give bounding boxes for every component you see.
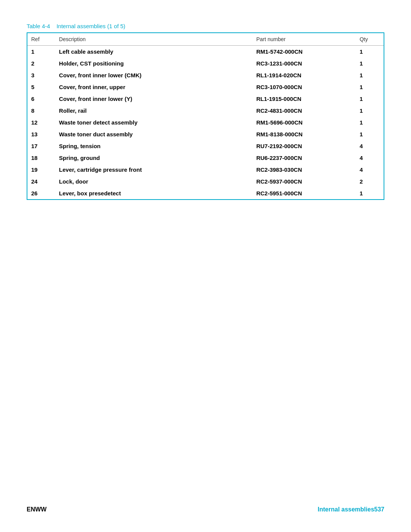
cell-description: Lock, door: [55, 176, 252, 187]
cell-ref: 3: [27, 69, 55, 81]
cell-description: Waste toner detect assembly: [55, 117, 252, 128]
cell-part-number: RM1-5696-000CN: [252, 117, 356, 128]
cell-ref: 13: [27, 128, 55, 140]
cell-description: Left cable assembly: [55, 46, 252, 58]
table-row: 1Left cable assemblyRM1-5742-000CN1: [27, 46, 384, 58]
table-label: Table 4-4: [27, 23, 50, 29]
table-subtitle: Internal assemblies (1 of 5): [56, 23, 125, 29]
table-row: 5Cover, front inner, upperRC3-1070-000CN…: [27, 81, 384, 93]
cell-part-number: RC2-4831-000CN: [252, 105, 356, 117]
col-header-part-number: Part number: [252, 33, 356, 46]
cell-part-number: RC3-1070-000CN: [252, 81, 356, 93]
table-row: 12Waste toner detect assemblyRM1-5696-00…: [27, 117, 384, 128]
cell-qty: 2: [356, 176, 384, 187]
cell-part-number: RU6-2237-000CN: [252, 152, 356, 164]
cell-part-number: RC2-5951-000CN: [252, 187, 356, 200]
cell-qty: 4: [356, 164, 384, 176]
cell-qty: 1: [356, 105, 384, 117]
cell-qty: 4: [356, 152, 384, 164]
cell-part-number: RC3-1231-000CN: [252, 58, 356, 69]
col-header-description: Description: [55, 33, 252, 46]
table-row: 2Holder, CST positioningRC3-1231-000CN1: [27, 58, 384, 69]
cell-qty: 4: [356, 140, 384, 152]
footer-right: Internal assemblies537: [318, 506, 384, 513]
col-header-ref: Ref: [27, 33, 55, 46]
cell-part-number: RC2-3983-030CN: [252, 164, 356, 176]
table-title: Table 4-4 Internal assemblies (1 of 5): [27, 23, 384, 29]
cell-qty: 1: [356, 117, 384, 128]
table-row: 24Lock, doorRC2-5937-000CN2: [27, 176, 384, 187]
table-row: 8Roller, railRC2-4831-000CN1: [27, 105, 384, 117]
col-header-qty: Qty: [356, 33, 384, 46]
cell-description: Lever, box presedetect: [55, 187, 252, 200]
table-row: 19Lever, cartridge pressure frontRC2-398…: [27, 164, 384, 176]
cell-qty: 1: [356, 81, 384, 93]
cell-part-number: RU7-2192-000CN: [252, 140, 356, 152]
cell-qty: 1: [356, 69, 384, 81]
cell-ref: 1: [27, 46, 55, 58]
cell-part-number: RM1-5742-000CN: [252, 46, 356, 58]
cell-qty: 1: [356, 93, 384, 105]
footer-left: ENWW: [27, 506, 46, 513]
cell-description: Cover, front inner lower (Y): [55, 93, 252, 105]
table-body: 1Left cable assemblyRM1-5742-000CN12Hold…: [27, 46, 384, 200]
cell-description: Cover, front inner lower (CMK): [55, 69, 252, 81]
cell-description: Spring, ground: [55, 152, 252, 164]
cell-qty: 1: [356, 128, 384, 140]
cell-ref: 17: [27, 140, 55, 152]
cell-ref: 19: [27, 164, 55, 176]
cell-ref: 6: [27, 93, 55, 105]
page-content: Table 4-4 Internal assemblies (1 of 5) R…: [0, 0, 411, 230]
cell-ref: 12: [27, 117, 55, 128]
table-header-row: Ref Description Part number Qty: [27, 33, 384, 46]
table-row: 6Cover, front inner lower (Y)RL1-1915-00…: [27, 93, 384, 105]
cell-description: Roller, rail: [55, 105, 252, 117]
cell-ref: 5: [27, 81, 55, 93]
cell-part-number: RL1-1914-020CN: [252, 69, 356, 81]
cell-ref: 8: [27, 105, 55, 117]
cell-qty: 1: [356, 46, 384, 58]
parts-table: Ref Description Part number Qty 1Left ca…: [27, 32, 384, 200]
cell-part-number: RL1-1915-000CN: [252, 93, 356, 105]
cell-qty: 1: [356, 58, 384, 69]
cell-description: Holder, CST positioning: [55, 58, 252, 69]
cell-part-number: RC2-5937-000CN: [252, 176, 356, 187]
cell-description: Cover, front inner, upper: [55, 81, 252, 93]
cell-part-number: RM1-8138-000CN: [252, 128, 356, 140]
table-row: 13Waste toner duct assemblyRM1-8138-000C…: [27, 128, 384, 140]
cell-description: Spring, tension: [55, 140, 252, 152]
table-row: 17Spring, tensionRU7-2192-000CN4: [27, 140, 384, 152]
table-row: 3Cover, front inner lower (CMK)RL1-1914-…: [27, 69, 384, 81]
cell-description: Lever, cartridge pressure front: [55, 164, 252, 176]
cell-ref: 24: [27, 176, 55, 187]
cell-ref: 2: [27, 58, 55, 69]
page-footer: ENWW Internal assemblies537: [27, 506, 384, 513]
table-row: 18Spring, groundRU6-2237-000CN4: [27, 152, 384, 164]
cell-qty: 1: [356, 187, 384, 200]
table-row: 26Lever, box presedetectRC2-5951-000CN1: [27, 187, 384, 200]
cell-description: Waste toner duct assembly: [55, 128, 252, 140]
cell-ref: 26: [27, 187, 55, 200]
cell-ref: 18: [27, 152, 55, 164]
